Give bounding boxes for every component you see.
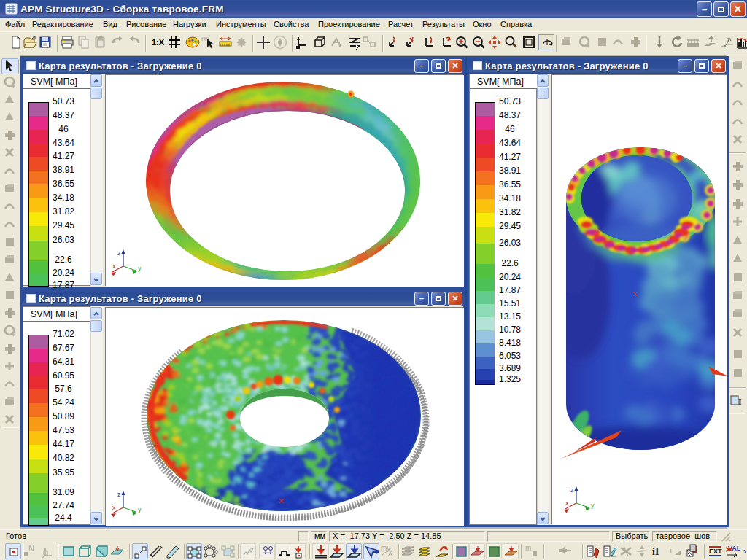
svg-text:N: N [28,544,34,553]
svg-text:I: I [738,397,742,407]
svg-text:x: x [565,499,569,507]
svg-text:z: z [570,486,574,494]
svg-text:x: x [112,262,116,270]
svg-text:iI: iI [652,546,659,557]
svg-text:i: i [670,545,672,554]
svg-text:x: x [112,504,116,511]
svg-text:VAL: VAL [728,545,740,552]
svg-text:z: z [117,491,121,498]
svg-text:1:X: 1:X [152,38,165,47]
svg-text:EXT: EXT [709,548,722,555]
svg-text:z: z [117,249,121,257]
svg-text:y: y [138,506,142,513]
svg-text:y: y [138,265,142,272]
svg-text:y: y [591,502,595,509]
svg-text:m: m [525,544,531,552]
